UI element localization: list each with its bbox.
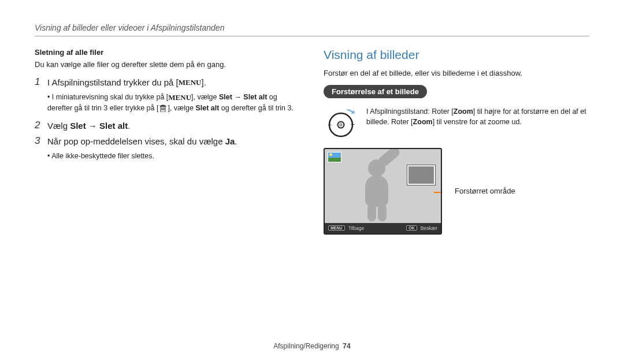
step-number: 1: [35, 76, 47, 88]
step-3-sub: Alle ikke-beskyttede filer slettes.: [47, 151, 300, 162]
zoom-callout-label: Forstørret område: [455, 187, 515, 195]
view-images-title: Visning af billeder: [324, 48, 589, 62]
zoom-instructions: I Afspilningstilstand: Roter [Zoom] til …: [366, 106, 589, 128]
right-column: Visning af billeder Forstør en del af et…: [324, 48, 589, 235]
silhouette-image: [348, 157, 406, 223]
step-number: 3: [35, 135, 47, 147]
footer: Afspilning/Redigering 74: [0, 342, 624, 350]
zoom-box: [407, 165, 435, 185]
zoom-dial-icon: − +: [324, 106, 358, 141]
breadcrumb-header: Visning af billeder eller videoer i Afsp…: [35, 23, 589, 32]
bar-ok-icon: OK: [406, 225, 417, 231]
divider: [35, 36, 589, 36]
step-2: 2 Vælg Slet → Slet alt.: [35, 120, 300, 132]
step-3: 3 Når pop op-meddelelsen vises, skal du …: [35, 135, 300, 147]
screen-mock: MENU Tilbage OK Beskær: [324, 148, 442, 235]
view-images-desc: Forstør en del af et billede, eller vis …: [324, 68, 589, 79]
zoom-section-pill: Forstørrelse af et billede: [324, 85, 427, 98]
svg-text:−: −: [328, 121, 332, 129]
bar-menu-icon: MENU: [328, 225, 345, 231]
step-1: 1 I Afspilningstilstand trykker du på [M…: [35, 76, 300, 88]
svg-text:+: +: [351, 121, 355, 129]
step-number: 2: [35, 120, 47, 131]
delete-all-heading: Sletning af alle filer: [35, 48, 300, 57]
screen-bottom-bar: MENU Tilbage OK Beskær: [325, 223, 441, 233]
svg-point-2: [340, 124, 342, 126]
trash-icon: [158, 105, 168, 113]
callout-connector: [434, 192, 442, 193]
step-1-sub: I miniaturevisning skal du trykke på [ME…: [47, 92, 300, 114]
delete-all-desc: Du kan vælge alle filer og derefter slet…: [35, 59, 300, 70]
menu-icon: MENU: [168, 92, 191, 103]
left-column: Sletning af alle filer Du kan vælge alle…: [35, 48, 300, 235]
menu-icon: MENU: [179, 77, 202, 88]
